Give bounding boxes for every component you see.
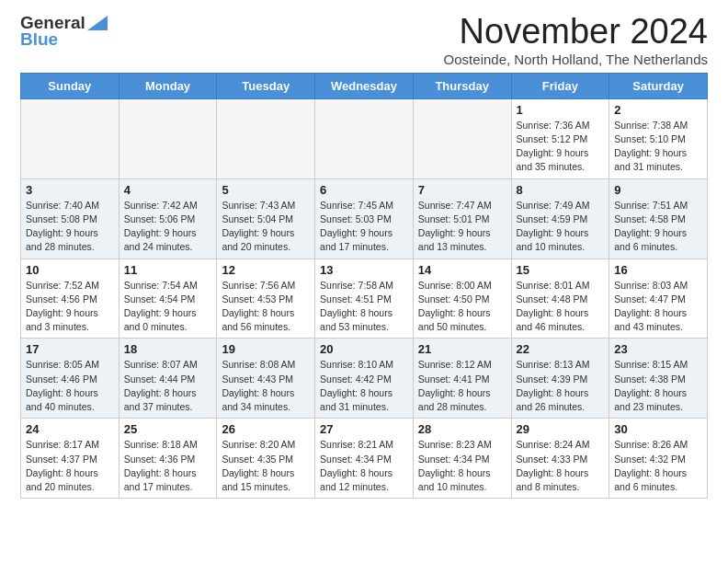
header-monday: Monday — [119, 73, 217, 98]
table-row: 24Sunrise: 8:17 AM Sunset: 4:37 PM Dayli… — [21, 419, 119, 499]
day-number: 10 — [26, 263, 114, 277]
day-info: Sunrise: 7:58 AM Sunset: 4:51 PM Dayligh… — [320, 279, 408, 335]
day-info: Sunrise: 8:23 AM Sunset: 4:34 PM Dayligh… — [418, 438, 506, 494]
day-info: Sunrise: 8:24 AM Sunset: 4:33 PM Dayligh… — [517, 438, 605, 494]
day-info: Sunrise: 8:10 AM Sunset: 4:42 PM Dayligh… — [320, 358, 408, 414]
title-section: November 2024 Oosteinde, North Holland, … — [444, 13, 708, 67]
day-header-row: Sunday Monday Tuesday Wednesday Thursday… — [21, 73, 708, 98]
day-info: Sunrise: 7:54 AM Sunset: 4:54 PM Dayligh… — [124, 279, 212, 335]
table-row: 14Sunrise: 8:00 AM Sunset: 4:50 PM Dayli… — [413, 259, 511, 339]
table-row: 13Sunrise: 7:58 AM Sunset: 4:51 PM Dayli… — [315, 259, 414, 339]
table-row: 12Sunrise: 7:56 AM Sunset: 4:53 PM Dayli… — [217, 259, 315, 339]
table-row: 19Sunrise: 8:08 AM Sunset: 4:43 PM Dayli… — [217, 339, 315, 419]
day-number: 27 — [320, 422, 408, 436]
day-info: Sunrise: 8:08 AM Sunset: 4:43 PM Dayligh… — [222, 358, 310, 414]
calendar-week-row: 17Sunrise: 8:05 AM Sunset: 4:46 PM Dayli… — [21, 339, 708, 419]
table-row: 23Sunrise: 8:15 AM Sunset: 4:38 PM Dayli… — [609, 339, 708, 419]
calendar-week-row: 3Sunrise: 7:40 AM Sunset: 5:08 PM Daylig… — [21, 178, 708, 259]
table-row: 17Sunrise: 8:05 AM Sunset: 4:46 PM Dayli… — [21, 339, 119, 419]
calendar-table: Sunday Monday Tuesday Wednesday Thursday… — [20, 73, 708, 499]
day-info: Sunrise: 7:42 AM Sunset: 5:06 PM Dayligh… — [124, 199, 212, 255]
day-info: Sunrise: 7:36 AM Sunset: 5:12 PM Dayligh… — [517, 119, 605, 175]
table-row: 29Sunrise: 8:24 AM Sunset: 4:33 PM Dayli… — [511, 419, 609, 499]
day-info: Sunrise: 8:07 AM Sunset: 4:44 PM Dayligh… — [124, 358, 212, 414]
day-number: 11 — [124, 263, 212, 277]
table-row — [21, 98, 119, 178]
day-number: 13 — [320, 263, 408, 277]
day-info: Sunrise: 7:56 AM Sunset: 4:53 PM Dayligh… — [222, 279, 310, 335]
day-number: 5 — [222, 183, 310, 197]
day-number: 12 — [222, 263, 310, 277]
table-row: 10Sunrise: 7:52 AM Sunset: 4:56 PM Dayli… — [21, 259, 119, 339]
table-row: 7Sunrise: 7:47 AM Sunset: 5:01 PM Daylig… — [413, 178, 511, 259]
day-number: 14 — [418, 263, 506, 277]
day-number: 2 — [614, 103, 702, 117]
day-number: 6 — [320, 183, 408, 197]
day-info: Sunrise: 8:21 AM Sunset: 4:34 PM Dayligh… — [320, 438, 408, 494]
day-info: Sunrise: 8:12 AM Sunset: 4:41 PM Dayligh… — [418, 358, 506, 414]
day-number: 15 — [517, 263, 605, 277]
table-row: 28Sunrise: 8:23 AM Sunset: 4:34 PM Dayli… — [413, 419, 511, 499]
day-info: Sunrise: 8:20 AM Sunset: 4:35 PM Dayligh… — [222, 438, 310, 494]
day-info: Sunrise: 8:26 AM Sunset: 4:32 PM Dayligh… — [614, 438, 702, 494]
header-sunday: Sunday — [21, 73, 119, 98]
day-number: 18 — [124, 342, 212, 356]
calendar-wrapper: Sunday Monday Tuesday Wednesday Thursday… — [0, 73, 728, 511]
table-row: 2Sunrise: 7:38 AM Sunset: 5:10 PM Daylig… — [609, 98, 708, 178]
day-info: Sunrise: 7:52 AM Sunset: 4:56 PM Dayligh… — [26, 279, 114, 335]
day-info: Sunrise: 8:13 AM Sunset: 4:39 PM Dayligh… — [517, 358, 605, 414]
table-row: 21Sunrise: 8:12 AM Sunset: 4:41 PM Dayli… — [413, 339, 511, 419]
day-number: 28 — [418, 422, 506, 436]
table-row: 15Sunrise: 8:01 AM Sunset: 4:48 PM Dayli… — [511, 259, 609, 339]
day-info: Sunrise: 7:51 AM Sunset: 4:58 PM Dayligh… — [614, 199, 702, 255]
header-wednesday: Wednesday — [315, 73, 414, 98]
table-row: 8Sunrise: 7:49 AM Sunset: 4:59 PM Daylig… — [511, 178, 609, 259]
day-info: Sunrise: 7:43 AM Sunset: 5:04 PM Dayligh… — [222, 199, 310, 255]
table-row: 20Sunrise: 8:10 AM Sunset: 4:42 PM Dayli… — [315, 339, 414, 419]
logo-icon — [87, 16, 108, 30]
day-number: 21 — [418, 342, 506, 356]
svg-marker-0 — [87, 16, 108, 30]
day-number: 1 — [517, 103, 605, 117]
table-row: 22Sunrise: 8:13 AM Sunset: 4:39 PM Dayli… — [511, 339, 609, 419]
day-info: Sunrise: 8:15 AM Sunset: 4:38 PM Dayligh… — [614, 358, 702, 414]
day-number: 26 — [222, 422, 310, 436]
table-row: 4Sunrise: 7:42 AM Sunset: 5:06 PM Daylig… — [119, 178, 217, 259]
logo: General Blue — [20, 13, 109, 50]
day-info: Sunrise: 7:49 AM Sunset: 4:59 PM Dayligh… — [517, 199, 605, 255]
table-row: 3Sunrise: 7:40 AM Sunset: 5:08 PM Daylig… — [21, 178, 119, 259]
day-info: Sunrise: 8:00 AM Sunset: 4:50 PM Dayligh… — [418, 279, 506, 335]
table-row: 1Sunrise: 7:36 AM Sunset: 5:12 PM Daylig… — [511, 98, 609, 178]
day-info: Sunrise: 7:47 AM Sunset: 5:01 PM Dayligh… — [418, 199, 506, 255]
day-number: 4 — [124, 183, 212, 197]
day-info: Sunrise: 7:38 AM Sunset: 5:10 PM Dayligh… — [614, 119, 702, 175]
day-number: 25 — [124, 422, 212, 436]
month-title: November 2024 — [444, 13, 708, 52]
table-row — [413, 98, 511, 178]
day-number: 7 — [418, 183, 506, 197]
day-number: 22 — [517, 342, 605, 356]
table-row — [217, 98, 315, 178]
day-number: 24 — [26, 422, 114, 436]
header-tuesday: Tuesday — [217, 73, 315, 98]
header-saturday: Saturday — [609, 73, 708, 98]
table-row: 26Sunrise: 8:20 AM Sunset: 4:35 PM Dayli… — [217, 419, 315, 499]
header-thursday: Thursday — [413, 73, 511, 98]
day-info: Sunrise: 7:40 AM Sunset: 5:08 PM Dayligh… — [26, 199, 114, 255]
day-info: Sunrise: 8:18 AM Sunset: 4:36 PM Dayligh… — [124, 438, 212, 494]
day-number: 20 — [320, 342, 408, 356]
table-row: 6Sunrise: 7:45 AM Sunset: 5:03 PM Daylig… — [315, 178, 414, 259]
table-row: 27Sunrise: 8:21 AM Sunset: 4:34 PM Dayli… — [315, 419, 414, 499]
day-number: 23 — [614, 342, 702, 356]
calendar-week-row: 10Sunrise: 7:52 AM Sunset: 4:56 PM Dayli… — [21, 259, 708, 339]
calendar-week-row: 1Sunrise: 7:36 AM Sunset: 5:12 PM Daylig… — [21, 98, 708, 178]
calendar-week-row: 24Sunrise: 8:17 AM Sunset: 4:37 PM Dayli… — [21, 419, 708, 499]
table-row — [119, 98, 217, 178]
day-number: 8 — [517, 183, 605, 197]
table-row: 30Sunrise: 8:26 AM Sunset: 4:32 PM Dayli… — [609, 419, 708, 499]
header-friday: Friday — [511, 73, 609, 98]
day-number: 19 — [222, 342, 310, 356]
day-info: Sunrise: 8:17 AM Sunset: 4:37 PM Dayligh… — [26, 438, 114, 494]
logo-blue-text: Blue — [20, 29, 58, 50]
table-row: 5Sunrise: 7:43 AM Sunset: 5:04 PM Daylig… — [217, 178, 315, 259]
